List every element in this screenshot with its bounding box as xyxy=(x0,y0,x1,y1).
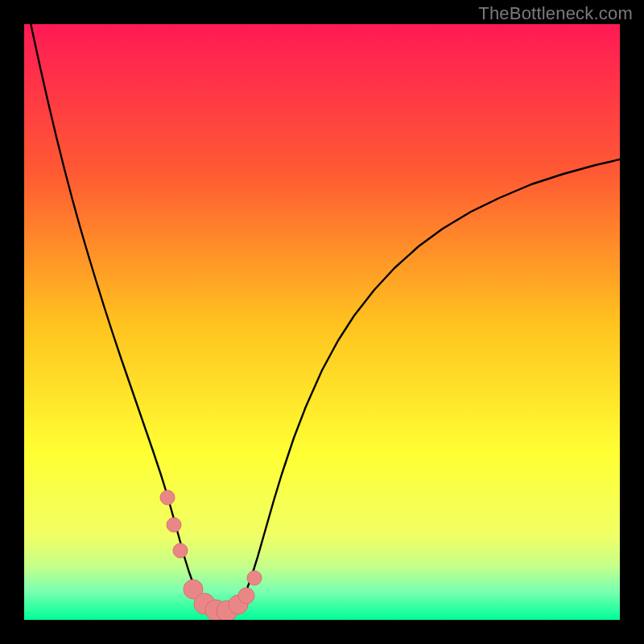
gradient-background xyxy=(24,24,620,620)
curve-marker xyxy=(173,543,188,558)
plot-area xyxy=(24,24,620,620)
curve-marker xyxy=(238,588,254,604)
curve-marker xyxy=(247,571,262,585)
curve-marker xyxy=(160,490,175,505)
chart-frame: TheBottleneck.com xyxy=(0,0,644,644)
watermark-text: TheBottleneck.com xyxy=(478,3,633,24)
curve-marker xyxy=(167,518,181,532)
chart-svg xyxy=(24,24,620,620)
